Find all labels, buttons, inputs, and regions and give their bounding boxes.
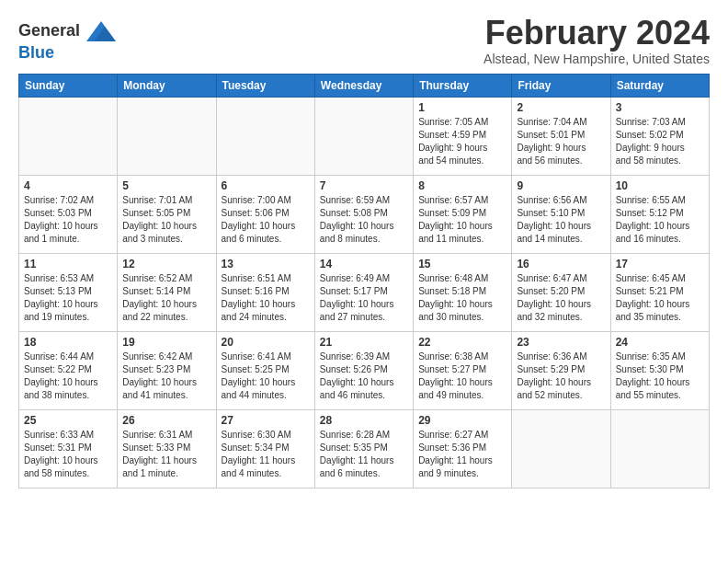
weekday-header-saturday: Saturday — [610, 74, 709, 97]
weekday-header-thursday: Thursday — [414, 74, 512, 97]
day-info: Sunrise: 7:03 AM Sunset: 5:02 PM Dayligh… — [616, 116, 704, 167]
calendar-cell: 11Sunrise: 6:53 AM Sunset: 5:13 PM Dayli… — [19, 253, 118, 331]
calendar-cell: 27Sunrise: 6:30 AM Sunset: 5:34 PM Dayli… — [216, 409, 314, 488]
day-info: Sunrise: 7:02 AM Sunset: 5:03 PM Dayligh… — [24, 194, 112, 246]
week-row-4: 18Sunrise: 6:44 AM Sunset: 5:22 PM Dayli… — [19, 331, 710, 409]
day-number: 24 — [616, 336, 704, 349]
day-info: Sunrise: 6:48 AM Sunset: 5:18 PM Dayligh… — [418, 272, 506, 324]
day-info: Sunrise: 6:41 AM Sunset: 5:25 PM Dayligh… — [222, 350, 310, 402]
calendar-cell: 3Sunrise: 7:03 AM Sunset: 5:02 PM Daylig… — [610, 97, 709, 175]
day-info: Sunrise: 6:27 AM Sunset: 5:36 PM Dayligh… — [418, 429, 506, 480]
calendar-cell: 13Sunrise: 6:51 AM Sunset: 5:16 PM Dayli… — [216, 253, 314, 331]
title-block: February 2024 Alstead, New Hampshire, Un… — [483, 15, 710, 66]
day-number: 21 — [320, 336, 408, 349]
day-number: 13 — [222, 258, 310, 270]
day-number: 16 — [517, 258, 605, 270]
month-title: February 2024 — [483, 15, 710, 52]
day-info: Sunrise: 6:31 AM Sunset: 5:33 PM Dayligh… — [122, 429, 210, 480]
day-info: Sunrise: 6:53 AM Sunset: 5:13 PM Dayligh… — [24, 272, 112, 324]
calendar-cell: 24Sunrise: 6:35 AM Sunset: 5:30 PM Dayli… — [610, 331, 709, 409]
logo-text-line1: General — [18, 18, 116, 44]
calendar-cell: 26Sunrise: 6:31 AM Sunset: 5:33 PM Dayli… — [118, 409, 216, 488]
calendar-cell: 2Sunrise: 7:04 AM Sunset: 5:01 PM Daylig… — [512, 97, 610, 175]
day-info: Sunrise: 6:57 AM Sunset: 5:09 PM Dayligh… — [418, 194, 506, 246]
calendar-cell: 9Sunrise: 6:56 AM Sunset: 5:10 PM Daylig… — [512, 175, 610, 253]
day-number: 22 — [418, 336, 506, 349]
day-info: Sunrise: 6:36 AM Sunset: 5:29 PM Dayligh… — [517, 350, 605, 402]
day-info: Sunrise: 6:35 AM Sunset: 5:30 PM Dayligh… — [616, 350, 704, 402]
location-label: Alstead, New Hampshire, United States — [483, 52, 710, 66]
weekday-header-friday: Friday — [512, 74, 610, 97]
week-row-5: 25Sunrise: 6:33 AM Sunset: 5:31 PM Dayli… — [19, 409, 710, 488]
day-number: 29 — [418, 414, 506, 427]
weekday-header-row: SundayMondayTuesdayWednesdayThursdayFrid… — [19, 74, 710, 97]
logo-general: General — [18, 21, 80, 40]
day-info: Sunrise: 7:01 AM Sunset: 5:05 PM Dayligh… — [122, 194, 210, 246]
calendar-cell: 12Sunrise: 6:52 AM Sunset: 5:14 PM Dayli… — [118, 253, 216, 331]
day-info: Sunrise: 6:28 AM Sunset: 5:35 PM Dayligh… — [320, 429, 408, 480]
day-info: Sunrise: 7:00 AM Sunset: 5:06 PM Dayligh… — [222, 194, 310, 246]
day-info: Sunrise: 7:05 AM Sunset: 4:59 PM Dayligh… — [418, 116, 506, 167]
weekday-header-wednesday: Wednesday — [314, 74, 413, 97]
day-number: 8 — [418, 179, 506, 192]
page-header: General Blue February 2024 Alstead, New … — [18, 15, 710, 66]
day-info: Sunrise: 6:45 AM Sunset: 5:21 PM Dayligh… — [616, 272, 704, 324]
day-info: Sunrise: 6:52 AM Sunset: 5:14 PM Dayligh… — [122, 272, 210, 324]
day-number: 9 — [517, 179, 605, 192]
calendar-cell: 25Sunrise: 6:33 AM Sunset: 5:31 PM Dayli… — [19, 409, 118, 488]
calendar-cell: 5Sunrise: 7:01 AM Sunset: 5:05 PM Daylig… — [118, 175, 216, 253]
day-number: 10 — [616, 179, 704, 192]
day-number: 7 — [320, 179, 408, 192]
day-number: 11 — [24, 258, 112, 270]
calendar-cell — [216, 97, 314, 175]
day-info: Sunrise: 7:04 AM Sunset: 5:01 PM Dayligh… — [517, 116, 605, 167]
day-number: 6 — [222, 179, 310, 192]
week-row-3: 11Sunrise: 6:53 AM Sunset: 5:13 PM Dayli… — [19, 253, 710, 331]
day-info: Sunrise: 6:44 AM Sunset: 5:22 PM Dayligh… — [24, 350, 112, 402]
calendar-cell: 14Sunrise: 6:49 AM Sunset: 5:17 PM Dayli… — [314, 253, 413, 331]
calendar-cell — [19, 97, 118, 175]
day-number: 4 — [24, 179, 112, 192]
day-number: 18 — [24, 336, 112, 349]
weekday-header-sunday: Sunday — [19, 74, 118, 97]
day-number: 14 — [320, 258, 408, 270]
day-number: 5 — [122, 179, 210, 192]
calendar-cell: 1Sunrise: 7:05 AM Sunset: 4:59 PM Daylig… — [414, 97, 512, 175]
calendar-cell — [314, 97, 413, 175]
calendar-cell: 28Sunrise: 6:28 AM Sunset: 5:35 PM Dayli… — [314, 409, 413, 488]
calendar-cell: 29Sunrise: 6:27 AM Sunset: 5:36 PM Dayli… — [414, 409, 512, 488]
day-info: Sunrise: 6:49 AM Sunset: 5:17 PM Dayligh… — [320, 272, 408, 324]
day-info: Sunrise: 6:38 AM Sunset: 5:27 PM Dayligh… — [418, 350, 506, 402]
day-info: Sunrise: 6:51 AM Sunset: 5:16 PM Dayligh… — [222, 272, 310, 324]
calendar-cell: 6Sunrise: 7:00 AM Sunset: 5:06 PM Daylig… — [216, 175, 314, 253]
calendar-cell: 10Sunrise: 6:55 AM Sunset: 5:12 PM Dayli… — [610, 175, 709, 253]
day-number: 20 — [222, 336, 310, 349]
day-number: 26 — [122, 414, 210, 427]
calendar-table: SundayMondayTuesdayWednesdayThursdayFrid… — [18, 74, 710, 488]
calendar-cell: 22Sunrise: 6:38 AM Sunset: 5:27 PM Dayli… — [414, 331, 512, 409]
day-info: Sunrise: 6:55 AM Sunset: 5:12 PM Dayligh… — [616, 194, 704, 246]
day-number: 19 — [122, 336, 210, 349]
week-row-2: 4Sunrise: 7:02 AM Sunset: 5:03 PM Daylig… — [19, 175, 710, 253]
day-info: Sunrise: 6:33 AM Sunset: 5:31 PM Dayligh… — [24, 429, 112, 480]
day-info: Sunrise: 6:42 AM Sunset: 5:23 PM Dayligh… — [122, 350, 210, 402]
day-info: Sunrise: 6:47 AM Sunset: 5:20 PM Dayligh… — [517, 272, 605, 324]
logo-text-line2: Blue — [18, 44, 116, 63]
calendar-cell: 23Sunrise: 6:36 AM Sunset: 5:29 PM Dayli… — [512, 331, 610, 409]
calendar-cell — [610, 409, 709, 488]
calendar-cell: 17Sunrise: 6:45 AM Sunset: 5:21 PM Dayli… — [610, 253, 709, 331]
day-number: 1 — [418, 101, 506, 114]
calendar-cell: 19Sunrise: 6:42 AM Sunset: 5:23 PM Dayli… — [118, 331, 216, 409]
day-number: 28 — [320, 414, 408, 427]
calendar-cell: 18Sunrise: 6:44 AM Sunset: 5:22 PM Dayli… — [19, 331, 118, 409]
calendar-cell: 4Sunrise: 7:02 AM Sunset: 5:03 PM Daylig… — [19, 175, 118, 253]
day-number: 27 — [222, 414, 310, 427]
calendar-cell: 15Sunrise: 6:48 AM Sunset: 5:18 PM Dayli… — [414, 253, 512, 331]
calendar-cell: 21Sunrise: 6:39 AM Sunset: 5:26 PM Dayli… — [314, 331, 413, 409]
day-number: 2 — [517, 101, 605, 114]
day-number: 23 — [517, 336, 605, 349]
day-info: Sunrise: 6:39 AM Sunset: 5:26 PM Dayligh… — [320, 350, 408, 402]
calendar-cell: 7Sunrise: 6:59 AM Sunset: 5:08 PM Daylig… — [314, 175, 413, 253]
calendar-cell: 16Sunrise: 6:47 AM Sunset: 5:20 PM Dayli… — [512, 253, 610, 331]
day-number: 17 — [616, 258, 704, 270]
